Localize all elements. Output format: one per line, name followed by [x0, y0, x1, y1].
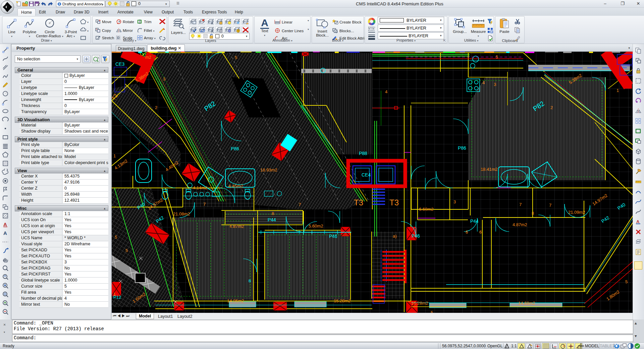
svg-text:CE4: CE4: [362, 172, 371, 178]
svg-text:5: 5: [125, 248, 128, 253]
svg-text:8: 8: [272, 211, 274, 216]
svg-text:4.45m2: 4.45m2: [228, 184, 243, 189]
svg-text:18.41m2: 18.41m2: [481, 167, 498, 172]
svg-text:B: B: [249, 279, 251, 283]
svg-text:T3: T3: [354, 198, 363, 207]
svg-text:8: 8: [532, 211, 534, 216]
svg-text:m2: m2: [145, 55, 151, 60]
svg-text:4.14m2: 4.14m2: [193, 185, 207, 190]
svg-text:P46: P46: [412, 233, 420, 239]
svg-text:5: 5: [115, 235, 117, 240]
svg-text:P46: P46: [329, 234, 337, 239]
svg-text:4: 4: [385, 89, 387, 94]
svg-text:P12: P12: [113, 295, 121, 300]
svg-text:6.60m2: 6.60m2: [419, 207, 433, 212]
svg-text:7: 7: [203, 202, 206, 207]
svg-text:5: 5: [496, 54, 498, 59]
svg-text:A: A: [636, 219, 640, 224]
svg-text:A: A: [3, 221, 7, 227]
svg-text:18.93m2: 18.93m2: [260, 167, 277, 172]
svg-text:15.28m2: 15.28m2: [334, 298, 351, 303]
svg-text:21.09m2: 21.09m2: [568, 210, 585, 215]
svg-text:4: 4: [482, 80, 485, 85]
svg-text:6: 6: [479, 230, 482, 235]
svg-text:CE3: CE3: [115, 61, 124, 67]
svg-text:7: 7: [519, 202, 522, 207]
svg-text:1: 1: [113, 153, 116, 158]
svg-text:5: 5: [235, 55, 237, 60]
svg-text:6: 6: [466, 230, 468, 235]
svg-text:14.68m2: 14.68m2: [518, 301, 535, 306]
svg-text:16.28m2: 16.28m2: [411, 301, 428, 306]
svg-text:A: A: [3, 230, 7, 236]
svg-text:2: 2: [155, 105, 157, 110]
svg-text:4.87m2: 4.87m2: [229, 224, 244, 229]
svg-text:5.60m2: 5.60m2: [309, 223, 323, 229]
svg-text:1: 1: [616, 88, 619, 93]
svg-text:2: 2: [550, 105, 553, 110]
svg-text:3: 3: [163, 77, 165, 82]
svg-text:3: 3: [494, 82, 496, 87]
svg-text:P88: P88: [359, 151, 367, 156]
svg-text:3: 3: [453, 199, 456, 204]
svg-text:T3: T3: [389, 198, 399, 207]
svg-text:P44: P44: [268, 217, 276, 222]
svg-text:21.08m2: 21.08m2: [173, 211, 190, 216]
svg-text:a): a): [393, 234, 397, 239]
svg-text:P44: P44: [470, 218, 479, 224]
svg-text:5: 5: [431, 310, 433, 313]
svg-text:P86: P86: [458, 145, 466, 151]
svg-text:P86: P86: [231, 146, 239, 151]
svg-text:14.86m2: 14.86m2: [227, 298, 244, 303]
svg-text:4.87m2: 4.87m2: [513, 222, 527, 227]
svg-text:7: 7: [299, 202, 301, 207]
svg-text:5: 5: [625, 279, 628, 284]
svg-text:7: 7: [549, 203, 551, 208]
